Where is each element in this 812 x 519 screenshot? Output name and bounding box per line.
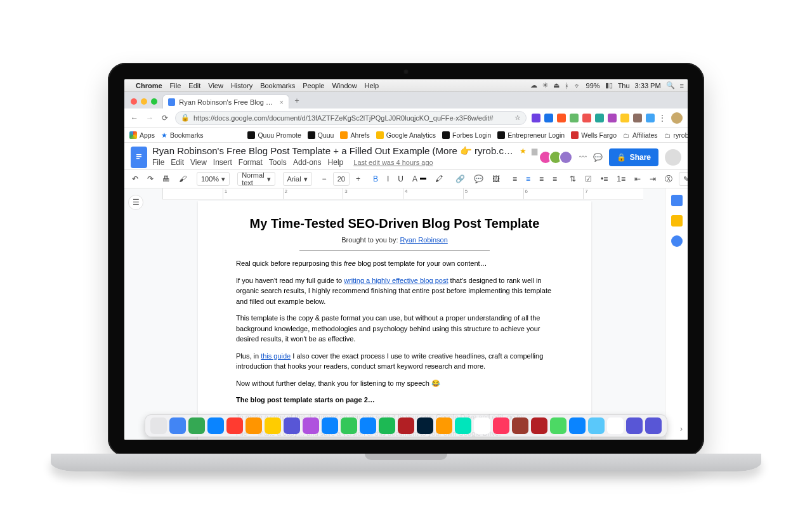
indent-increase-button[interactable]: ⇥ (647, 172, 658, 186)
menu-view[interactable]: View (208, 82, 223, 89)
last-edit-label[interactable]: Last edit was 4 hours ago (353, 159, 433, 166)
font-size-increase[interactable]: + (353, 172, 363, 186)
extension-icon[interactable] (633, 114, 642, 122)
maximize-window-button[interactable] (151, 98, 157, 105)
style-select[interactable]: Normal text ▾ (237, 172, 275, 186)
dock-app-icon[interactable] (341, 417, 357, 434)
dock-app-icon[interactable] (474, 417, 490, 434)
status-icon[interactable]: ⏏︎ (553, 81, 560, 89)
forward-button[interactable]: → (145, 114, 155, 122)
font-size-decrease[interactable]: − (320, 172, 329, 186)
mode-select[interactable]: ✎ Editing ▾ (679, 172, 688, 186)
dock-app-icon[interactable] (607, 417, 624, 434)
bookmark-item[interactable]: Google Analytics (376, 131, 436, 139)
bluetooth-icon[interactable]: ᚼ (565, 82, 569, 89)
folder-icon[interactable]: ▆ (532, 147, 537, 155)
dock-app-icon[interactable] (360, 417, 376, 434)
byline-link[interactable]: Ryan Robinson (400, 236, 448, 244)
menu-people[interactable]: People (303, 82, 324, 89)
insert-comment-button[interactable]: 💬 (471, 172, 486, 186)
dock-app-icon[interactable] (531, 417, 547, 434)
numbered-list-button[interactable]: 1≡ (614, 172, 628, 186)
bookmark-item[interactable]: 🗀Affiliates (623, 131, 658, 139)
extension-icon[interactable] (532, 114, 540, 122)
menu-app-name[interactable]: Chrome (136, 82, 162, 89)
extension-icon[interactable] (620, 114, 629, 122)
menu-list-icon[interactable]: ≡ (680, 82, 684, 89)
dock-app-icon[interactable] (455, 417, 471, 434)
tasks-icon[interactable] (671, 235, 683, 247)
dock-app-icon[interactable] (645, 417, 662, 434)
status-icon[interactable]: ☁︎ (530, 81, 537, 89)
dock-app-icon[interactable] (417, 417, 433, 434)
extension-icon[interactable] (608, 114, 617, 122)
menu-window[interactable]: Window (332, 82, 357, 89)
document-title[interactable]: Ryan Robinson's Free Blog Post Template … (152, 145, 514, 157)
dock-app-icon[interactable] (246, 417, 262, 434)
inline-link[interactable]: this guide (261, 352, 291, 360)
browser-tab[interactable]: Ryan Robinson's Free Blog Po… × (162, 95, 289, 108)
docs-menu-help[interactable]: Help (328, 158, 344, 167)
bookmark-item[interactable]: Quuu (308, 131, 334, 139)
menu-edit[interactable]: Edit (188, 82, 200, 89)
account-avatar[interactable] (665, 149, 681, 166)
dock-app-icon[interactable] (284, 417, 300, 434)
ruler[interactable]: 1 2 3 4 5 6 7 (162, 188, 643, 200)
dock-app-icon[interactable] (303, 417, 319, 434)
line-spacing-button[interactable]: ⇅ (567, 172, 579, 186)
extension-icon[interactable] (544, 114, 553, 122)
docs-menu-file[interactable]: File (152, 158, 164, 167)
extension-icon[interactable] (557, 114, 566, 122)
docs-menu-insert[interactable]: Insert (213, 158, 232, 167)
underline-button[interactable]: U (395, 172, 406, 186)
extension-icon[interactable] (595, 114, 604, 122)
presence-avatar[interactable] (559, 150, 573, 164)
minimize-window-button[interactable] (141, 98, 147, 105)
bookmark-item[interactable]: 🗀ryrob Links (664, 131, 688, 139)
docs-menu-addons[interactable]: Add-ons (293, 158, 322, 167)
align-justify-button[interactable]: ≡ (550, 172, 560, 186)
docs-logo-icon[interactable] (131, 147, 147, 168)
dock-app-icon[interactable] (150, 417, 167, 434)
expand-side-panel-icon[interactable]: › (680, 424, 683, 433)
insert-link-button[interactable]: 🔗 (453, 172, 468, 186)
profile-avatar[interactable] (671, 112, 683, 124)
bold-button[interactable]: B (370, 172, 381, 186)
dock-app-icon[interactable] (550, 417, 566, 434)
italic-button[interactable]: I (384, 172, 391, 186)
activity-icon[interactable]: 〰 (579, 153, 587, 162)
print-button[interactable]: 🖶 (160, 172, 173, 186)
share-button[interactable]: 🔒 Share (609, 148, 658, 166)
dock-app-icon[interactable] (207, 417, 224, 434)
align-center-button[interactable]: ≡ (523, 172, 533, 186)
wifi-icon[interactable]: ᯤ (574, 82, 581, 89)
paint-format-button[interactable]: 🖌 (176, 172, 189, 186)
dock-app-icon[interactable] (226, 417, 243, 434)
dock-app-icon[interactable] (398, 417, 414, 434)
dock-app-icon[interactable] (588, 417, 605, 434)
dock-app-icon[interactable] (436, 417, 452, 434)
back-button[interactable]: ← (129, 114, 140, 122)
extension-icon[interactable] (582, 114, 591, 122)
reload-button[interactable]: ⟳ (160, 114, 170, 122)
align-left-button[interactable]: ≡ (510, 172, 520, 186)
extension-icon[interactable] (570, 114, 579, 122)
redo-button[interactable]: ↷ (145, 172, 156, 186)
spotlight-icon[interactable]: 🔍 (666, 81, 675, 89)
indent-decrease-button[interactable]: ⇤ (632, 172, 643, 186)
highlight-button[interactable]: 🖍 (433, 172, 445, 186)
docs-menu-tools[interactable]: Tools (269, 158, 287, 167)
bulleted-list-button[interactable]: •≡ (598, 172, 610, 186)
outline-toggle-button[interactable]: ☰ (128, 195, 143, 210)
inline-link[interactable]: writing a highly effective blog post (344, 277, 448, 284)
extension-icon[interactable] (646, 114, 655, 122)
dock-app-icon[interactable] (512, 417, 528, 434)
menu-history[interactable]: History (231, 82, 252, 89)
bookmark-item[interactable]: Entrepreneur Login (497, 131, 565, 139)
align-right-button[interactable]: ≡ (537, 172, 546, 186)
calendar-icon[interactable] (671, 195, 683, 206)
bookmark-item[interactable]: Forbes Login (442, 131, 491, 139)
apps-button[interactable]: Apps (129, 131, 155, 139)
docs-menu-format[interactable]: Format (239, 158, 263, 167)
bookmark-item[interactable]: Ahrefs (340, 131, 369, 139)
